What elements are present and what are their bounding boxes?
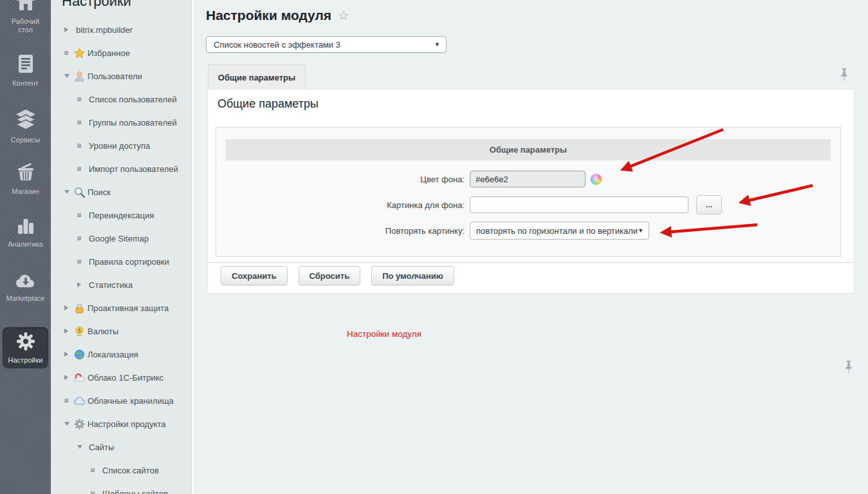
chevron-right-icon xyxy=(64,375,73,380)
group-header: Общие параметры xyxy=(226,139,831,160)
sidebar-item-access-levels[interactable]: Уровни доступа xyxy=(51,134,191,157)
annotation-text: Настройки модуля xyxy=(347,329,421,339)
default-button[interactable]: По умолчанию xyxy=(371,266,454,285)
color-picker-icon[interactable] xyxy=(591,174,602,185)
sidebar-item-label: Настройки продукта xyxy=(88,419,166,429)
reset-button[interactable]: Сбросить xyxy=(299,266,361,285)
browse-button[interactable]: ... xyxy=(696,195,722,214)
sidebar-item-statistics[interactable]: Статистика xyxy=(51,273,191,296)
sidebar-item-label: Пользователи xyxy=(88,71,142,81)
rail-item-desktop[interactable]: Рабочий стол xyxy=(0,0,51,34)
sidebar-item-label: Уровни доступа xyxy=(89,141,150,151)
sidebar-item-site-list[interactable]: Список сайтов xyxy=(51,459,191,482)
rail-item-settings[interactable]: Настройки xyxy=(3,327,48,368)
sidebar-item-user-import[interactable]: Импорт пользователей xyxy=(51,157,191,180)
bullet-icon xyxy=(77,144,86,147)
sidebar-item-localization[interactable]: Локализация xyxy=(51,343,191,366)
footer-separator xyxy=(208,262,854,263)
sidebar-item-label: Поиск xyxy=(88,187,111,197)
sidebar-item-sort-rules[interactable]: Правила сортировки xyxy=(51,250,191,273)
sidebar-item-favorites[interactable]: Избранное xyxy=(51,41,191,64)
bullet-icon xyxy=(77,120,86,124)
repeat-image-label: Повторять картинку: xyxy=(216,226,465,236)
document-icon xyxy=(18,54,33,76)
sidebar-item-label: Сайты xyxy=(89,442,114,452)
rail-item-label: Магазин xyxy=(12,187,39,196)
page-title: Настройки модуля xyxy=(206,8,331,23)
tab-label: Общие параметры xyxy=(218,73,295,82)
save-button[interactable]: Сохранить xyxy=(221,266,288,285)
sidebar-item-label: Google Sitemap xyxy=(89,234,149,243)
sidebar-item-search[interactable]: Поиск xyxy=(51,180,191,204)
sidebar-item-reindex[interactable]: Переиндексация xyxy=(51,204,191,227)
bitrix-cloud-icon xyxy=(74,372,85,383)
bullet-icon xyxy=(77,260,86,263)
sidebar-item-sites[interactable]: Сайты xyxy=(51,435,191,459)
chevron-right-icon xyxy=(64,328,73,334)
chevron-right-icon xyxy=(77,282,86,287)
sidebar-item-cloud-storage[interactable]: Облачные хранилища xyxy=(51,389,191,412)
pin-icon[interactable] xyxy=(844,361,853,378)
rail-item-label: Marketplace xyxy=(6,294,45,303)
sidebar-item-label: Избранное xyxy=(88,48,130,58)
svg-text:$: $ xyxy=(78,327,82,334)
sidebar-item-product-settings[interactable]: Настройки продукта xyxy=(51,412,191,435)
sidebar-resize-strip[interactable] xyxy=(191,0,195,494)
star-icon xyxy=(74,48,85,59)
sidebar-item-label: bitrix.mpbuilder xyxy=(76,25,133,35)
bullet-icon xyxy=(77,213,86,217)
sidebar-item-bitrix-mpbuilder[interactable]: bitrix.mpbuilder xyxy=(51,18,191,41)
bullet-icon xyxy=(64,51,73,55)
rail-item-content[interactable]: Контент xyxy=(0,54,51,88)
sidebar-item-label: Шаблоны сайтов xyxy=(102,489,168,494)
background-color-label: Цвет фона: xyxy=(216,175,465,184)
rail-item-label: Контент xyxy=(12,79,39,88)
rail-item-store[interactable]: Магазин xyxy=(0,162,51,196)
rail-item-label: Сервисы xyxy=(11,136,41,144)
rail-item-analytics[interactable]: Аналитика xyxy=(0,216,51,249)
sidebar-item-site-templates[interactable]: Шаблоны сайтов xyxy=(51,482,191,494)
dropdown-arrow-icon: ▼ xyxy=(434,41,446,48)
chevron-down-icon xyxy=(64,74,73,78)
sidebar-item-label: Импорт пользователей xyxy=(89,164,178,174)
rail-item-label: Рабочий стол xyxy=(5,17,46,34)
coin-icon: $ xyxy=(74,326,85,337)
home-icon xyxy=(17,0,35,14)
pin-icon[interactable] xyxy=(840,68,849,86)
chevron-right-icon xyxy=(64,27,73,32)
rail-item-label: Аналитика xyxy=(8,240,42,249)
background-image-input[interactable] xyxy=(470,196,688,213)
sidebar-item-user-list[interactable]: Список пользователей xyxy=(51,88,191,111)
rail-item-marketplace[interactable]: Marketplace xyxy=(0,272,51,303)
sidebar-item-label: Список сайтов xyxy=(102,466,159,475)
favorite-star-icon[interactable]: ☆ xyxy=(338,9,349,22)
sidebar-item-user-groups[interactable]: Группы пользователей xyxy=(51,111,191,134)
repeat-image-select[interactable]: повторять по горизонтали и по вертикали … xyxy=(470,222,649,240)
dropdown-arrow-icon: ▼ xyxy=(638,227,649,234)
gear-icon xyxy=(16,332,35,354)
small-gear-icon xyxy=(74,419,85,430)
sidebar-item-bitrix-cloud[interactable]: Облако 1С-Битрикс xyxy=(51,366,191,389)
sidebar-item-label: Переиндексация xyxy=(89,211,154,220)
layers-icon xyxy=(16,109,35,133)
rail-item-services[interactable]: Сервисы xyxy=(0,109,51,144)
chevron-down-icon xyxy=(64,422,73,426)
sidebar-item-label: Валюты xyxy=(88,327,118,336)
background-color-input[interactable] xyxy=(470,171,586,187)
module-select[interactable]: Список новостей с эффектами 3 ▼ xyxy=(206,36,447,53)
main-content: Настройки модуля ☆ Список новостей с эфф… xyxy=(196,0,868,494)
sidebar-item-users[interactable]: Пользователи xyxy=(51,64,191,88)
sidebar-item-label: Статистика xyxy=(89,280,133,290)
sidebar-item-label: Правила сортировки xyxy=(89,257,169,267)
background-image-label: Картинка для фона: xyxy=(216,200,465,210)
sidebar-item-currencies[interactable]: $ Валюты xyxy=(51,319,191,343)
sidebar-item-proactive-protection[interactable]: Проактивная защита xyxy=(51,296,191,319)
settings-sidebar: Настройки bitrix.mpbuilder Избранное Пол… xyxy=(51,0,191,494)
chevron-down-icon xyxy=(77,445,86,449)
bullet-icon xyxy=(64,399,73,403)
sidebar-title: Настройки xyxy=(62,0,131,10)
sidebar-item-google-sitemap[interactable]: Google Sitemap xyxy=(51,227,191,250)
tab-general-parameters[interactable]: Общие параметры xyxy=(208,64,306,90)
settings-tree: bitrix.mpbuilder Избранное Пользователи … xyxy=(51,18,191,494)
search-icon xyxy=(74,187,85,198)
